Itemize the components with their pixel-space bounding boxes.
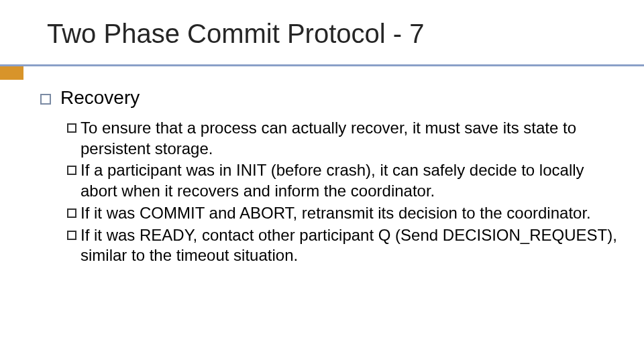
slide-body: Recovery To ensure that a process can ac…: [40, 87, 617, 267]
bullet-level2: If it was COMMIT and ABORT, retransmit i…: [67, 203, 617, 224]
accent-block: [0, 66, 23, 80]
bullet-level2: If a participant was in INIT (before cra…: [67, 160, 617, 201]
slide: Two Phase Commit Protocol - 7 Recovery T…: [0, 0, 644, 362]
heading-text: Recovery: [60, 87, 140, 109]
bullet-level2: To ensure that a process can actually re…: [67, 118, 617, 159]
square-bullet-icon: [40, 94, 51, 105]
sub-bullets: To ensure that a process can actually re…: [67, 118, 617, 266]
title-underline: [0, 64, 644, 66]
bullet-text: If it was READY, contact other participa…: [80, 225, 617, 266]
slide-title: Two Phase Commit Protocol - 7: [47, 19, 424, 49]
bullet-text: If it was COMMIT and ABORT, retransmit i…: [80, 203, 617, 224]
square-bullet-icon: [67, 166, 76, 175]
square-bullet-icon: [67, 208, 76, 218]
bullet-text: If a participant was in INIT (before cra…: [80, 160, 617, 201]
square-bullet-icon: [67, 123, 76, 133]
square-bullet-icon: [67, 231, 76, 240]
bullet-level2: If it was READY, contact other participa…: [67, 225, 617, 266]
bullet-text: To ensure that a process can actually re…: [80, 118, 617, 159]
bullet-level1: Recovery: [40, 87, 617, 109]
